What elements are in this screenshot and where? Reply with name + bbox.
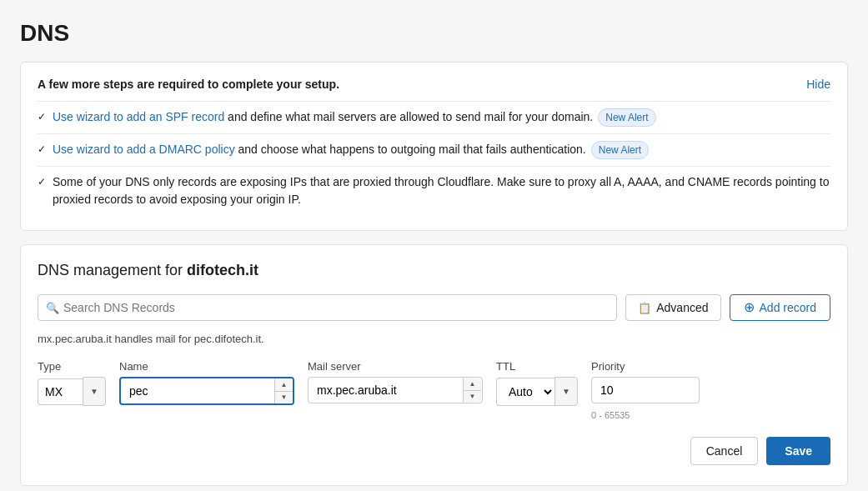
alert-item-dmarc-content: Use wizard to add a DMARC policy and cho… — [53, 141, 830, 159]
search-row: 🔍 📋 Advanced ⊕ Add record — [38, 294, 830, 321]
alert-item-dns-content: Some of your DNS only records are exposi… — [53, 173, 830, 208]
name-spinner-down[interactable]: ▼ — [274, 392, 293, 404]
spf-suffix: and define what mail servers are allowed… — [224, 110, 593, 123]
cancel-button[interactable]: Cancel — [690, 437, 759, 465]
save-button[interactable]: Save — [766, 437, 830, 465]
dns-form-row: Type ▼ Name ▲ ▼ Mail server ▲ — [38, 360, 830, 420]
priority-range: 0 - 65535 — [591, 410, 830, 420]
hide-link[interactable]: Hide — [806, 78, 830, 91]
search-input[interactable] — [38, 294, 617, 321]
dns-management-domain: difotech.it — [187, 262, 258, 278]
dns-text: Some of your DNS only records are exposi… — [53, 175, 829, 206]
mail-server-label: Mail server — [308, 360, 483, 373]
mail-server-field-group: Mail server ▲ ▼ — [308, 360, 483, 403]
alert-item-dmarc: ✓ Use wizard to add a DMARC policy and c… — [38, 133, 830, 166]
mail-server-spinner-down[interactable]: ▼ — [463, 391, 481, 403]
page-title: DNS — [20, 20, 848, 47]
check-icon-dns: ✓ — [38, 174, 46, 189]
dmarc-suffix: and choose what happens to outgoing mail… — [235, 143, 586, 156]
add-icon: ⊕ — [744, 301, 755, 314]
advanced-button[interactable]: 📋 Advanced — [625, 294, 720, 321]
priority-input[interactable] — [591, 377, 700, 403]
dns-management-box: DNS management for difotech.it 🔍 📋 Advan… — [20, 244, 848, 486]
name-input-wrap: ▲ ▼ — [119, 377, 294, 405]
alert-header: A few more steps are required to complet… — [38, 78, 830, 91]
mail-server-spinners: ▲ ▼ — [463, 378, 481, 402]
dmarc-badge: New Alert — [591, 141, 649, 159]
name-field-group: Name ▲ ▼ — [119, 360, 294, 405]
alert-item-spf: ✓ Use wizard to add an SPF record and de… — [38, 101, 830, 133]
ttl-label: TTL — [496, 360, 578, 373]
name-label: Name — [119, 360, 294, 373]
type-select-wrap: ▼ — [38, 377, 106, 406]
ttl-select[interactable]: Auto — [496, 378, 554, 406]
name-input[interactable] — [119, 377, 294, 405]
check-icon-spf: ✓ — [38, 109, 46, 124]
add-record-button[interactable]: ⊕ Add record — [730, 294, 830, 321]
spf-link[interactable]: Use wizard to add an SPF record — [53, 110, 224, 123]
dmarc-link[interactable]: Use wizard to add a DMARC policy — [53, 143, 235, 156]
priority-label: Priority — [591, 360, 830, 373]
mail-server-wrap: ▲ ▼ — [308, 377, 483, 403]
name-spinners: ▲ ▼ — [274, 378, 293, 403]
ttl-dropdown-button[interactable]: ▼ — [554, 377, 578, 406]
info-text: mx.pec.aruba.it handles mail for pec.dif… — [38, 333, 830, 345]
type-dropdown-button[interactable]: ▼ — [83, 377, 106, 406]
actions-row: Cancel Save — [38, 437, 830, 465]
mail-server-input[interactable] — [308, 377, 483, 403]
spf-badge: New Alert — [598, 108, 655, 127]
type-input[interactable] — [38, 378, 83, 405]
type-field-group: Type ▼ — [38, 360, 106, 406]
ttl-select-wrap: Auto ▼ — [496, 377, 578, 406]
alert-header-text: A few more steps are required to complet… — [38, 78, 339, 91]
ttl-field-group: TTL Auto ▼ — [496, 360, 578, 406]
dns-management-title-prefix: DNS management for — [38, 262, 187, 278]
advanced-label: Advanced — [656, 301, 708, 314]
advanced-icon: 📋 — [638, 302, 651, 314]
dns-management-title: DNS management for difotech.it — [38, 262, 830, 279]
add-record-label: Add record — [760, 301, 816, 314]
alert-item-dns: ✓ Some of your DNS only records are expo… — [38, 166, 830, 215]
alert-item-spf-content: Use wizard to add an SPF record and defi… — [53, 108, 830, 127]
search-icon: 🔍 — [46, 302, 59, 314]
type-label: Type — [38, 360, 106, 373]
search-input-wrap: 🔍 — [38, 294, 617, 321]
alert-box: A few more steps are required to complet… — [20, 62, 848, 231]
check-icon-dmarc: ✓ — [38, 142, 46, 157]
mail-server-spinner-up[interactable]: ▲ — [463, 378, 481, 391]
priority-field-group: Priority 0 - 65535 — [591, 360, 830, 420]
name-spinner-up[interactable]: ▲ — [274, 378, 293, 392]
